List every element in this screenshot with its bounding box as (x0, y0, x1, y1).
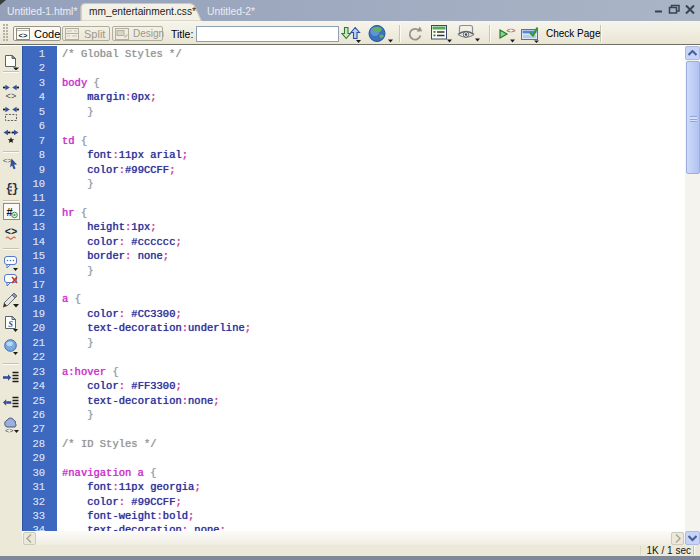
svg-text:<>: <> (19, 31, 28, 40)
svg-text:<>: <> (5, 427, 13, 435)
svg-text:<>: <> (5, 226, 18, 238)
svg-text:<>: <> (507, 26, 516, 35)
svg-text:<>: <> (6, 92, 17, 100)
svg-text:}: } (12, 182, 19, 196)
svg-text:S: S (8, 319, 13, 329)
